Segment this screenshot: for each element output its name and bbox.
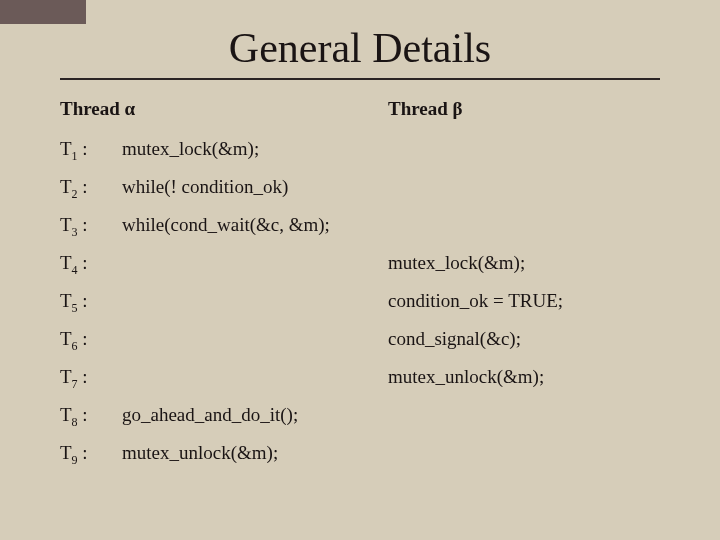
row-beta [388,168,660,206]
row-label-t: T [60,252,72,273]
row-alpha: mutex_unlock(&m); [116,434,388,472]
row-label-t: T [60,404,72,425]
row-beta: condition_ok = TRUE; [388,282,660,320]
row-alpha [116,358,388,396]
corner-accent [0,0,86,24]
row-beta: mutex_lock(&m); [388,244,660,282]
row-label-t: T [60,328,72,349]
row-alpha [116,244,388,282]
row-label-suffix: : [78,290,88,311]
row-beta: mutex_unlock(&m); [388,358,660,396]
title-rule [60,78,660,80]
row-label-suffix: : [78,442,88,463]
row-label: T2 : [60,168,116,206]
row-beta: cond_signal(&c); [388,320,660,358]
row-alpha: while(! condition_ok) [116,168,388,206]
page-title: General Details [60,24,660,72]
row-alpha [116,282,388,320]
row-label-suffix: : [78,328,88,349]
row-beta [388,206,660,244]
slide: General Details Thread α Thread β T1 : m… [0,0,720,472]
row-label: T5 : [60,282,116,320]
row-label-t: T [60,176,72,197]
row-label: T7 : [60,358,116,396]
beta-symbol: β [453,98,463,119]
row-alpha: mutex_lock(&m); [116,130,388,168]
row-beta [388,130,660,168]
row-alpha [116,320,388,358]
row-label-t: T [60,442,72,463]
alpha-symbol: α [125,98,136,119]
row-label-suffix: : [78,214,88,235]
row-label-t: T [60,290,72,311]
col-header-alpha-prefix: Thread [60,98,125,119]
row-alpha: while(cond_wait(&c, &m); [116,206,388,244]
row-beta [388,396,660,434]
row-label: T9 : [60,434,116,472]
row-label: T6 : [60,320,116,358]
row-label: T3 : [60,206,116,244]
row-alpha: go_ahead_and_do_it(); [116,396,388,434]
row-label-suffix: : [78,138,88,159]
row-label-t: T [60,366,72,387]
row-label-suffix: : [78,366,88,387]
row-label: T1 : [60,130,116,168]
col-header-beta: Thread β [388,98,660,130]
row-beta [388,434,660,472]
col-header-beta-prefix: Thread [388,98,453,119]
row-label-t: T [60,214,72,235]
col-header-alpha: Thread α [60,98,388,130]
thread-table: Thread α Thread β T1 : mutex_lock(&m); T… [60,98,660,472]
row-label-t: T [60,138,72,159]
row-label-suffix: : [78,404,88,425]
row-label: T8 : [60,396,116,434]
row-label-suffix: : [78,176,88,197]
row-label-suffix: : [78,252,88,273]
row-label: T4 : [60,244,116,282]
